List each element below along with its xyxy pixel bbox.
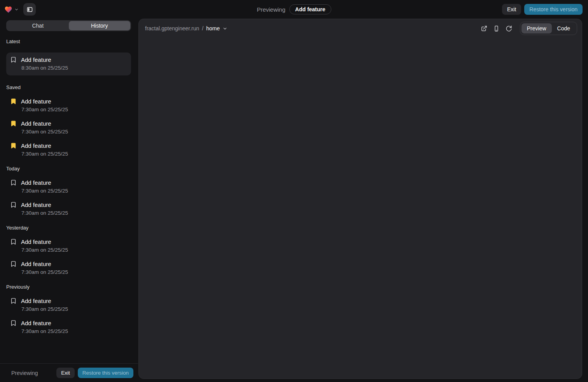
item-title: Add feature — [21, 120, 51, 127]
external-link-icon — [481, 25, 487, 32]
item-title: Add feature — [21, 238, 51, 245]
toggle-preview[interactable]: Preview — [522, 23, 552, 33]
chevron-down-icon — [222, 26, 228, 31]
app-logo-menu[interactable] — [4, 5, 19, 14]
bookmark-icon — [10, 56, 17, 63]
version-badge[interactable]: Add feature — [289, 4, 331, 14]
sidebar-toggle-button[interactable] — [23, 3, 36, 16]
heart-logo-icon — [4, 5, 13, 14]
section-title: Saved — [6, 84, 131, 90]
top-header: Previewing Add feature Exit Restore this… — [0, 0, 588, 19]
history-item[interactable]: Add feature 7:30am on 25/25/25 — [6, 320, 131, 334]
section-title: Yesterday — [6, 225, 131, 231]
chat-history-tabbar: Chat History — [6, 20, 131, 31]
preview-code-toggle: Preview Code — [520, 22, 577, 35]
item-time: 7:30am on 25/25/25 — [21, 107, 127, 112]
item-title: Add feature — [21, 261, 51, 267]
history-list: Latest Add feature 8:30am on 25/25/25 Sa… — [0, 31, 138, 363]
footer-previewing-label: Previewing — [11, 370, 38, 376]
history-item[interactable]: Add feature 7:30am on 25/25/25 — [6, 179, 131, 194]
history-section: Saved Add feature 7:30am on 25/25/25 Add… — [6, 84, 131, 157]
tab-chat[interactable]: Chat — [7, 21, 69, 30]
bookmark-icon — [10, 142, 17, 149]
history-section: Yesterday Add feature 7:30am on 25/25/25… — [6, 225, 131, 275]
section-items: Add feature 7:30am on 25/25/25 Add featu… — [6, 98, 131, 157]
panel-left-icon — [26, 6, 33, 13]
section-title: Previously — [6, 284, 131, 290]
section-items: Add feature 7:30am on 25/25/25 Add featu… — [6, 298, 131, 334]
item-time: 7:30am on 25/25/25 — [21, 247, 127, 253]
history-item[interactable]: Add feature 7:30am on 25/25/25 — [6, 120, 131, 135]
bookmark-icon — [10, 298, 17, 304]
item-time: 7:30am on 25/25/25 — [21, 151, 127, 157]
item-title: Add feature — [21, 56, 51, 63]
item-title: Add feature — [21, 320, 51, 326]
item-time: 7:30am on 25/25/25 — [21, 188, 127, 194]
url-page: home — [206, 25, 220, 32]
footer-restore-button[interactable]: Restore this version — [78, 368, 133, 378]
url-selector[interactable]: fractal.gptengineer.run / home — [145, 25, 228, 32]
exit-button[interactable]: Exit — [502, 4, 521, 15]
bookmark-icon — [10, 261, 17, 267]
bookmark-icon — [10, 98, 17, 105]
item-time: 8:30am on 25/25/25 — [21, 65, 127, 71]
refresh-button[interactable] — [504, 23, 514, 34]
item-time: 7:30am on 25/25/25 — [21, 328, 127, 334]
bookmark-icon — [10, 179, 17, 186]
history-item[interactable]: Add feature 7:30am on 25/25/25 — [6, 298, 131, 312]
restore-version-button[interactable]: Restore this version — [524, 4, 583, 15]
preview-panel: fractal.gptengineer.run / home — [138, 19, 582, 379]
smartphone-icon — [493, 25, 500, 32]
bookmark-icon — [10, 320, 17, 326]
item-time: 7:30am on 25/25/25 — [21, 306, 127, 312]
toggle-code[interactable]: Code — [552, 23, 576, 33]
preview-viewport[interactable] — [139, 38, 582, 378]
bookmark-icon — [10, 120, 17, 127]
history-section: Today Add feature 7:30am on 25/25/25 Add… — [6, 166, 131, 216]
bookmark-icon — [10, 238, 17, 245]
refresh-icon — [506, 25, 512, 32]
section-items: Add feature 8:30am on 25/25/25 — [6, 53, 131, 75]
history-section: Latest Add feature 8:30am on 25/25/25 — [6, 39, 131, 75]
sidebar: Chat History Latest Add feature 8:30am o… — [0, 19, 138, 382]
section-title: Today — [6, 166, 131, 172]
footer-exit-button[interactable]: Exit — [56, 368, 75, 378]
item-title: Add feature — [21, 298, 51, 304]
section-title: Latest — [6, 39, 131, 44]
item-title: Add feature — [21, 142, 51, 149]
url-host: fractal.gptengineer.run — [145, 25, 199, 32]
preview-panel-header: fractal.gptengineer.run / home — [139, 19, 582, 38]
history-item[interactable]: Add feature 7:30am on 25/25/25 — [6, 238, 131, 253]
history-item[interactable]: Add feature 7:30am on 25/25/25 — [6, 202, 131, 216]
history-item[interactable]: Add feature 7:30am on 25/25/25 — [6, 261, 131, 275]
history-item[interactable]: Add feature 7:30am on 25/25/25 — [6, 98, 131, 112]
history-item[interactable]: Add feature 7:30am on 25/25/25 — [6, 142, 131, 157]
section-items: Add feature 7:30am on 25/25/25 Add featu… — [6, 238, 131, 275]
previewing-status-label: Previewing — [257, 6, 285, 13]
item-time: 7:30am on 25/25/25 — [21, 269, 127, 275]
mobile-view-button[interactable] — [491, 23, 502, 34]
item-title: Add feature — [21, 98, 51, 105]
history-section: Previously Add feature 7:30am on 25/25/2… — [6, 284, 131, 334]
bookmark-icon — [10, 202, 17, 208]
tab-history[interactable]: History — [69, 21, 131, 30]
item-time: 7:30am on 25/25/25 — [21, 129, 127, 135]
item-time: 7:30am on 25/25/25 — [21, 210, 127, 216]
chevron-down-icon — [14, 7, 19, 12]
section-items: Add feature 7:30am on 25/25/25 Add featu… — [6, 179, 131, 216]
item-title: Add feature — [21, 202, 51, 208]
history-item[interactable]: Add feature 8:30am on 25/25/25 — [6, 53, 131, 75]
sidebar-footer: Previewing Exit Restore this version — [0, 363, 138, 382]
url-separator: / — [202, 25, 203, 32]
item-title: Add feature — [21, 179, 51, 186]
open-external-button[interactable] — [479, 23, 490, 34]
